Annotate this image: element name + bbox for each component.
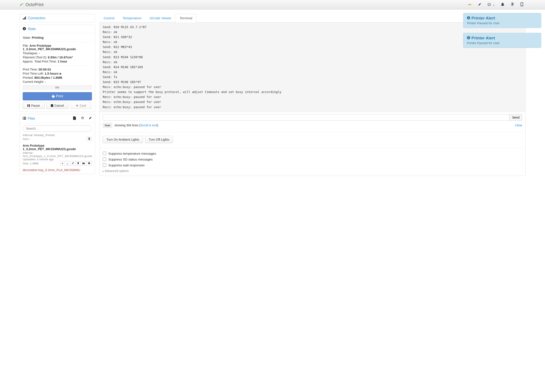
suppress-wait-row[interactable]: Suppress wait responses [103,163,522,167]
printtime-lbl: Print Time: [23,68,38,71]
file-title: decorative-tray_0.2mm_PLA_MK3SMMU [23,168,92,172]
brand[interactable]: OctoPrint [19,2,43,7]
printer-alert[interactable]: Printer Alert Printer Paused for User [463,13,541,28]
suppress-sd-checkbox[interactable] [103,157,106,161]
svg-rect-11 [27,104,28,107]
state-header[interactable]: State [20,25,95,33]
pause-button[interactable]: Pause [23,102,44,109]
brand-text: OctoPrint [25,2,43,7]
file-size: Size: 1.8MB [23,162,38,165]
tab-terminal[interactable]: Terminal [176,14,197,23]
file-print-button[interactable] [87,161,92,166]
file-folder-button[interactable] [81,161,87,166]
connection-status-icon[interactable] [468,3,472,6]
files-label[interactable]: Files [28,117,35,120]
caret-down-icon: ▼ [493,4,495,6]
file-actions: ▾ [60,161,92,166]
tabs: Control Temperature GCode Viewer Termina… [99,14,526,23]
delete-file-button[interactable] [87,137,92,141]
notifications-icon[interactable] [501,3,504,7]
list-icon [23,117,26,120]
suppress-wait-label: Suppress wait responses [108,163,145,167]
terminal-output: Send: N10 M115 U3.7.1*87 Recv: ok Send: … [100,23,525,112]
main-area: Control Temperature GCode Viewer Termina… [99,14,526,176]
svg-rect-9 [24,28,25,30]
file-lbl: File: [23,44,29,47]
height-lbl: Current Height: [23,80,44,83]
filament-val: 6.93m / 16.67cm³ [48,56,73,59]
cancel-button[interactable]: Cancel [46,102,68,109]
ambient-lights-on-button[interactable]: Turn On Ambient Lights [103,136,143,143]
file-icon[interactable] [73,116,76,121]
suppress-temp-row[interactable]: Suppress temperature messages [103,152,522,155]
svg-rect-5 [24,18,24,19]
tab-control[interactable]: Control [99,14,118,23]
svg-rect-0 [513,3,514,5]
file-internal: Internal: Arm_Prototype_1_0.2mm_PET_MK3S… [23,151,92,158]
print-icon [51,95,55,98]
file-item: Internal: Already_Printed Size: - [20,133,95,143]
scroll-to-end-link[interactable]: Scroll to end [140,124,157,127]
file-val: Arm Prototype 1_0.2mm_PET_MK3SMMU2S.gcod… [23,44,76,51]
terminal-command-input[interactable] [103,114,509,121]
state-val: Printing [32,36,44,39]
octoprint-logo-icon [19,2,24,7]
cool-button[interactable]: ✻ Cool [70,102,92,109]
svg-rect-15 [24,117,26,118]
printer-alert[interactable]: Printer Alert Printer Paused for User [463,33,541,48]
suppress-sd-row[interactable]: Suppress SD status messages [103,157,522,161]
send-button[interactable]: Send [509,114,522,121]
file-item[interactable]: Arm Prototype 1_0.2mm_PET_MK3SMMU2S.gcod… [20,143,95,168]
pause-label: Pause [31,104,40,107]
info-icon [23,27,26,31]
file-delete-button[interactable] [76,161,81,166]
info-icon [467,16,470,20]
approx-lbl: Approx. Total Print Time: [23,60,57,63]
svg-rect-7 [25,16,26,19]
approx-val: 1 hour [58,60,67,63]
state-panel: State State: Printing File: Arm Prototyp… [19,25,95,112]
svg-rect-1 [513,5,514,6]
wrench-icon[interactable] [89,116,92,121]
signal-icon [23,16,26,20]
printtimeleft-lbl: Print Time Left: [23,72,44,75]
state-lbl: State: [23,36,31,39]
clear-link[interactable]: Clear [515,124,522,127]
thermometer-alert-icon[interactable] [510,2,514,7]
now-button[interactable]: Now [103,123,112,128]
cool-label: Cool [80,104,86,107]
print-button[interactable]: Print [23,92,92,100]
showing-text: showing 304 lines ( [114,124,140,127]
info-icon [467,36,470,40]
alert-body: Printer Paused for User [467,41,537,45]
suppress-wait-checkbox[interactable] [103,163,106,167]
tab-gcode-viewer[interactable]: GCode Viewer [146,14,176,23]
file-expand-button[interactable]: ▾ [60,161,65,166]
settings-icon[interactable] [478,3,481,7]
suppress-temp-label: Suppress temperature messages [108,152,156,155]
suppress-temp-checkbox[interactable] [103,152,106,155]
alert-title: Printer Alert [471,16,495,21]
file-size: Size: - [23,137,31,141]
file-item[interactable]: decorative-tray_0.2mm_PLA_MK3SMMU [20,168,95,174]
lights-off-button[interactable]: Turn Off Lights [145,136,173,143]
terminal-panel: Send: N10 M115 U3.7.1*87 Recv: ok Send: … [99,23,526,176]
progress-bar: 0% [23,85,92,90]
printtimeleft-val: 1.5 hours [45,72,59,75]
svg-rect-4 [23,19,23,19]
file-download-button[interactable] [65,161,70,166]
file-edit-button[interactable] [70,161,76,166]
tab-temperature[interactable]: Temperature [118,14,146,23]
cancel-label: Cancel [55,104,64,107]
svg-rect-17 [24,118,26,118]
files-search-input[interactable] [23,125,92,132]
mobile-icon[interactable] [520,2,523,7]
advanced-options-toggle[interactable]: Advanced options [103,169,522,173]
power-icon[interactable]: ▼ [488,3,495,7]
alerts-container: Printer Alert Printer Paused for User Pr… [463,13,541,48]
printed-lbl: Printed: [23,76,34,79]
printtime-val: 00:00:01 [38,68,51,71]
connection-header[interactable]: Connection [20,14,95,22]
refresh-icon[interactable] [81,116,84,121]
progress-text: 0% [55,86,60,89]
